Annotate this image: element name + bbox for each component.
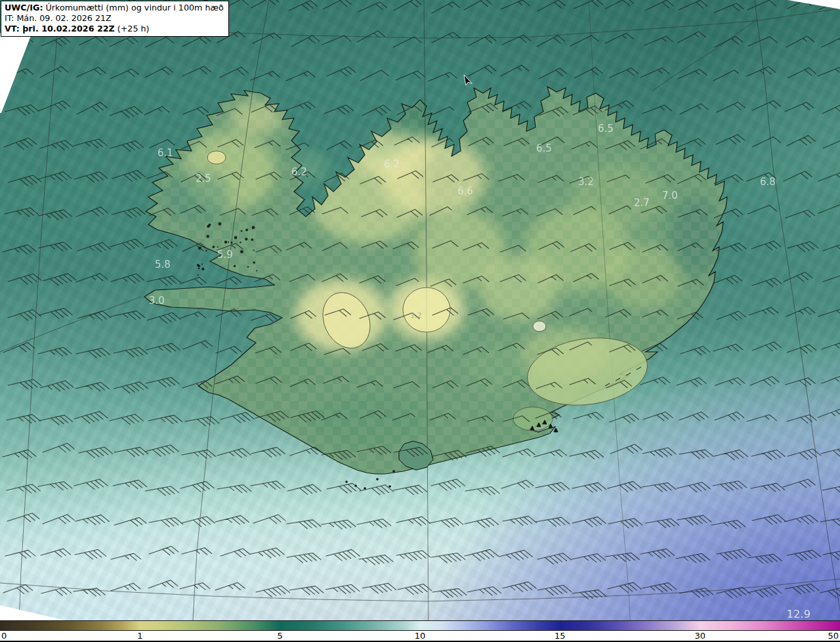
- colorbar-tick-label: 1: [137, 631, 142, 641]
- value-label: 6.6: [457, 185, 473, 197]
- glacier-Drangajökull: [207, 151, 226, 164]
- product-label: UWC/IG:: [5, 3, 43, 12]
- colorbar-tick-label: 5: [278, 631, 283, 641]
- value-label: 3.0: [149, 295, 165, 307]
- value-label: 1.2: [410, 311, 422, 320]
- title-box: UWC/IG: Úrkomumætti (mm) og vindur i 100…: [1, 1, 229, 37]
- colorbar-gradient: [0, 620, 840, 631]
- value-label: 5.8: [155, 259, 171, 270]
- glacier-bright-spot: [533, 321, 546, 332]
- value-label: 6.2: [384, 158, 400, 170]
- value-label: 6.1: [158, 147, 173, 159]
- value-label: 2.5: [196, 173, 211, 184]
- colorbar-tick-labels: 01510153050: [0, 631, 840, 642]
- meridian-w1: [18, 0, 60, 642]
- valid-time-line: VT: þri. 10.02.2026 22Z (+25 h): [5, 24, 224, 34]
- value-label: 6.5: [536, 142, 552, 154]
- value-label: 5.9: [217, 249, 233, 261]
- value-label: 2.7: [634, 197, 650, 209]
- glacier-Hofsjökull: [403, 288, 450, 332]
- weather-map-window: 6.12.56.26.26.66.56.53.22.77.06.85.95.83…: [0, 0, 840, 642]
- value-label: 12.9: [787, 608, 811, 620]
- value-label: 6.2: [291, 166, 307, 178]
- value-label: 6.8: [760, 176, 776, 188]
- value-label: 7.0: [662, 190, 678, 202]
- product-title-line: UWC/IG: Úrkomumætti (mm) og vindur i 100…: [5, 3, 224, 13]
- meridian-e2: [755, 0, 840, 610]
- init-time-line: IT: Mán. 09. 02. 2026 21Z: [5, 13, 224, 24]
- value-label: 3.2: [578, 176, 594, 188]
- colorbar-tick-label: 10: [415, 631, 426, 641]
- value-label: 6.5: [598, 123, 614, 135]
- valid-time-bold: VT: þri. 10.02.2026 22Z: [5, 24, 115, 33]
- diagonal-ne: [653, 20, 757, 91]
- colorbar-tick-label: 30: [694, 631, 705, 641]
- colorbar-tick-label: 0: [1, 631, 7, 641]
- map-canvas: 6.12.56.26.26.66.56.53.22.77.06.85.95.83…: [0, 0, 840, 642]
- colorbar-tick-label: 50: [828, 631, 839, 641]
- diagonal-w: [0, 297, 141, 352]
- colorbar-tick-label: 15: [555, 631, 566, 641]
- product-title: Úrkomumætti (mm) og vindur i 100m hæð: [43, 3, 223, 12]
- colorbar: 01510153050: [0, 620, 840, 642]
- valid-time-rest: (+25 h): [115, 24, 150, 33]
